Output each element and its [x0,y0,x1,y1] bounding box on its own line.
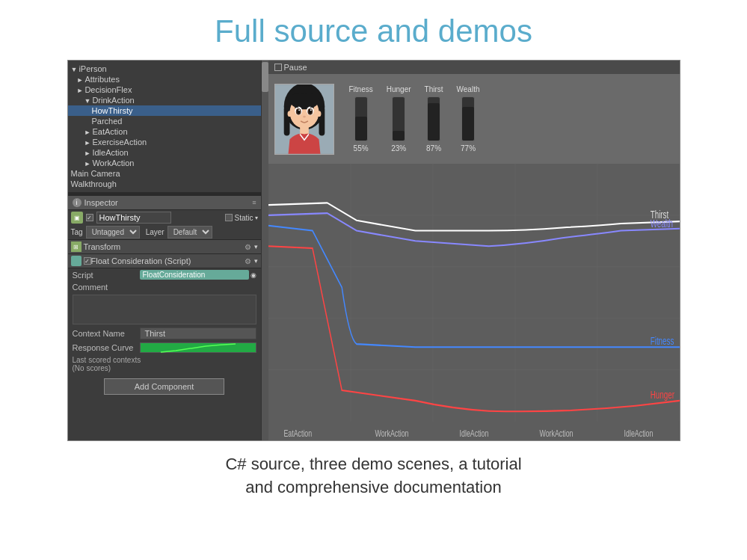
triangle-icon: ► [84,129,91,136]
hunger-label: Hunger [387,85,411,93]
svg-text:IdleAction: IdleAction [624,428,653,439]
hierarchy-item-workaction[interactable]: ►WorkAction [68,158,261,168]
character-area: Fitness 55% Hunger 23% [268,74,680,164]
hierarchy-item-idleaction[interactable]: ►IdleAction [68,147,261,158]
svg-text:IdleAction: IdleAction [459,428,488,439]
object-icon: ▣ [71,212,83,224]
page-title: Full source and demos [215,13,532,49]
svg-text:WorkAction: WorkAction [375,428,408,439]
scrollbar[interactable] [261,61,268,440]
script-field-arrow: ◉ [250,271,256,279]
page-subtitle: C# source, three demo scenes, a tutorial… [225,453,521,499]
hierarchy-item-decisionflex[interactable]: ►DecisionFlex [68,84,261,95]
svg-text:Wealth: Wealth [650,218,672,230]
triangle-icon: ► [77,76,84,84]
hierarchy-item-walkthrough[interactable]: Walkthrough [68,179,261,189]
last-scored-label: Last scored contexts [73,356,256,364]
script-checkbox[interactable] [84,257,91,265]
layer-dropdown[interactable]: Default [167,226,212,239]
script-gear-icon[interactable]: ⚙ [245,257,251,265]
svg-point-13 [310,109,311,111]
pause-checkbox[interactable] [274,64,282,71]
hierarchy-item-eataction[interactable]: ►EatAction [68,126,261,137]
hierarchy-panel: ▼iPerson ►Attributes ►DecisionFlex ▼Drin… [68,61,261,193]
stats-area: Fitness 55% Hunger 23% [349,85,480,153]
script-field-value[interactable]: FloatConsideration [140,270,249,280]
script-icon [71,256,82,266]
info-icon: i [73,198,82,207]
subtitle-line2: and comprehensive documentation [225,476,521,499]
comment-label: Comment [73,283,140,292]
fitness-value: 55% [354,144,369,153]
svg-text:EatAction: EatAction [283,428,312,439]
wealth-label: Wealth [457,85,480,93]
response-curve-preview[interactable] [140,342,256,353]
hierarchy-item-maincamera[interactable]: Main Camera [68,168,261,179]
chart-svg: Thirst Wealth Fitness Hunger EatAction W… [268,164,680,441]
script-header: Float Consideration (Script) ⚙ ▾ [68,254,261,268]
hunger-bar [393,131,405,141]
static-dropdown-icon[interactable]: ▾ [255,215,258,221]
object-icon-symbol: ▣ [74,215,80,221]
script-field-row: Script FloatConsideration ◉ [68,268,261,281]
triangle-icon: ► [84,160,91,167]
scrollbar-thumb[interactable] [262,62,268,92]
comment-field-row: Comment [68,281,261,293]
fitness-bar-container [354,96,368,141]
hierarchy-item-iperson[interactable]: ▼iPerson [68,64,261,74]
context-name-row: Context Name Thirst [68,326,261,341]
static-label: Static [234,214,253,222]
thirst-value: 87% [426,144,441,153]
object-name-field[interactable] [96,212,171,224]
inspector-panel: i Inspector ≡ ▣ Static ▾ [68,196,261,441]
transform-settings-icon[interactable]: ▾ [254,243,258,250]
hunger-value: 23% [391,144,406,153]
active-checkbox[interactable] [86,214,93,221]
hierarchy-item-parched[interactable]: Parched [68,116,261,126]
hierarchy-item-attributes[interactable]: ►Attributes [68,74,261,84]
transform-gear-icon[interactable]: ⚙ [245,243,251,251]
triangle-icon: ▼ [84,97,91,105]
page-container: Full source and demos ▼iPerson ►Attribut… [0,0,747,560]
thirst-label: Thirst [425,85,443,93]
subtitle-line1: C# source, three demo scenes, a tutorial [225,453,521,476]
svg-rect-2 [283,106,289,135]
response-curve-row: Response Curve [68,341,261,354]
hierarchy-item-exerciseaction[interactable]: ►ExerciseAction [68,137,261,147]
script-field-label: Script [73,271,140,280]
context-name-value[interactable]: Thirst [140,327,256,339]
svg-point-12 [298,109,300,111]
triangle-icon: ► [84,139,91,147]
thirst-bar [428,103,440,141]
wealth-bar [462,107,474,141]
add-component-button[interactable]: Add Component [104,378,225,395]
tag-dropdown[interactable]: Untagged [86,226,140,239]
triangle-icon: ► [84,150,91,157]
wealth-bar-container [461,96,475,141]
hunger-bar-container [392,96,405,141]
svg-text:WorkAction: WorkAction [539,428,573,439]
right-panel: Pause [268,61,680,441]
object-row: ▣ Static ▾ [68,210,261,225]
left-panel: ▼iPerson ►Attributes ►DecisionFlex ▼Drin… [68,61,261,441]
inspector-options[interactable]: ≡ [252,199,256,206]
static-checkbox[interactable] [225,214,233,221]
triangle-icon: ► [77,87,84,94]
svg-point-15 [287,111,292,117]
script-settings-icon[interactable]: ▾ [254,257,258,265]
stat-fitness: Fitness 55% [349,85,373,153]
last-scored-section: Last scored contexts (No scores) [68,354,261,374]
game-header: Pause [268,61,680,74]
hierarchy-item-howthirsty[interactable]: HowThirsty [68,105,261,116]
character-svg [275,84,333,154]
pause-button[interactable]: Pause [274,63,307,72]
character-portrait [274,84,334,155]
comment-box[interactable] [73,295,256,324]
response-curve-label: Response Curve [73,343,140,352]
stat-thirst: Thirst 87% [425,85,443,153]
last-scored-value: (No scores) [73,364,256,372]
hierarchy-item-drinkaction[interactable]: ▼DrinkAction [68,95,261,105]
inspector-header: i Inspector ≡ [68,196,261,210]
transform-icon: ⊞ [71,241,82,252]
pause-label: Pause [284,63,307,72]
